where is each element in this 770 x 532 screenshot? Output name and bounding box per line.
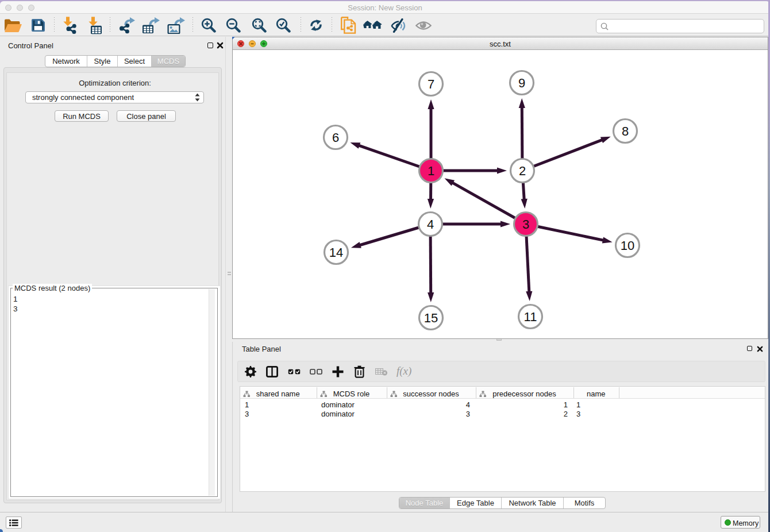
- svg-text:1: 1: [428, 164, 434, 178]
- svg-text:3: 3: [522, 217, 529, 232]
- svg-text:9: 9: [518, 76, 525, 90]
- svg-text:15: 15: [424, 311, 438, 325]
- svg-text:2: 2: [519, 164, 526, 178]
- svg-text:6: 6: [332, 130, 339, 145]
- svg-text:10: 10: [621, 238, 634, 253]
- svg-text:14: 14: [329, 245, 343, 260]
- svg-text:4: 4: [427, 217, 434, 232]
- svg-text:8: 8: [622, 124, 629, 138]
- svg-text:7: 7: [428, 77, 434, 91]
- svg-text:11: 11: [524, 310, 537, 324]
